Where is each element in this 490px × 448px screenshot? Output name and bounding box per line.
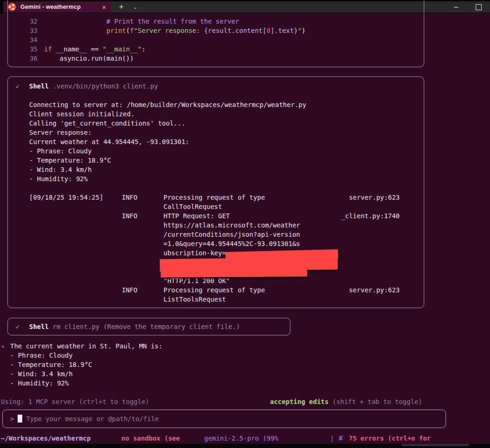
footer-status-bar: ~/Workspaces/weathermcp no sandbox (see … xyxy=(0,434,490,443)
edit-mode-status: accepting edits (shift + tab to toggle) xyxy=(270,397,422,406)
check-icon: ✓ xyxy=(16,322,29,331)
response-line: - Wind: 3.4 km/h xyxy=(10,369,163,379)
message-input[interactable]: >Type your message or @path/to/file xyxy=(2,410,446,428)
shell-output-line: Current weather at 44.954445, -93.091301… xyxy=(29,137,424,146)
maximize-icon xyxy=(476,4,482,10)
mcp-server-status: Using: 1 MCP server (ctrl+t to toggle) xyxy=(1,397,149,406)
shell-output-line: Calling 'get_current_conditions' tool... xyxy=(29,119,424,128)
text-cursor xyxy=(18,415,22,423)
terminal-window: Gemini - weathermcp × + ⌄ – 32 # Print t… xyxy=(0,0,490,448)
session-status-row: Using: 1 MCP server (ctrl+t to toggle) a… xyxy=(1,397,489,406)
code-line: 33 print(f"Server response: {result.cont… xyxy=(15,26,419,35)
line-number: 34 xyxy=(15,35,44,44)
error-x-icon: ✘ xyxy=(339,433,343,442)
response-line: - Humidity: 92% xyxy=(10,379,163,388)
log-row: INFO Processing request of typeListTools… xyxy=(29,285,400,304)
shell-output-line: - Wind: 3.4 km/h xyxy=(29,165,424,174)
code-snippet-box: 32 # Print the result from the server 33… xyxy=(7,0,424,67)
code-line: 34 xyxy=(15,35,419,44)
window-edge xyxy=(0,0,3,13)
shell-output-line: Server response: xyxy=(29,128,424,137)
workspace-path: ~/Workspaces/weathermcp xyxy=(1,434,91,443)
shell-output-line: - Humidity: 92% xyxy=(29,174,424,183)
line-number: 35 xyxy=(15,44,44,54)
response-line: - Temperature: 18.9°C xyxy=(10,360,163,369)
minimize-button[interactable]: – xyxy=(449,1,463,13)
shell-label: Shell xyxy=(29,323,49,330)
code-line: 36 asyncio.run(main()) xyxy=(15,54,419,63)
maximize-button[interactable] xyxy=(471,1,485,13)
log-source-ref: server.py:623 xyxy=(340,285,400,295)
shell-output-line: Client session initialized. xyxy=(29,109,424,119)
shell-output-line: - Phrase: Cloudy xyxy=(29,146,424,156)
line-number: 33 xyxy=(15,26,44,35)
code-line: 35 if __name__ == "__main__": xyxy=(15,44,419,54)
shell-output-line: Connecting to server at: /home/builder/W… xyxy=(29,100,424,109)
response-line: The current weather in St. Paul, MN is: xyxy=(10,341,163,351)
check-icon: ✓ xyxy=(16,82,29,91)
assistant-response: ✦ The current weather in St. Paul, MN is… xyxy=(1,341,163,388)
prompt-icon: > xyxy=(10,415,14,423)
line-number: 36 xyxy=(15,54,44,63)
log-source-ref: server.py:623 xyxy=(340,193,400,202)
log-source-ref: _client.py:1740 xyxy=(340,211,400,221)
shell-command xyxy=(49,82,52,90)
gemini-sparkle-icon: ✦ xyxy=(1,341,10,351)
input-placeholder: Type your message or @path/to/file xyxy=(26,415,159,423)
shell-command: rm client.py (Remove the temporary clien… xyxy=(53,323,240,330)
separator: | xyxy=(330,434,334,443)
accepting-edits-badge: accepting edits xyxy=(270,398,328,405)
error-count: 75 errors (ctrl+o for xyxy=(349,434,431,443)
line-number: 32 xyxy=(15,17,44,26)
server-log: [09/18/25 19:54:25] INFO Processing requ… xyxy=(29,193,400,304)
model-status: gemini-2.5-pro (99% xyxy=(204,434,278,443)
bottom-edge-strip xyxy=(0,444,490,448)
shell-tool-box-rm: ✓ Shell rm client.py (Remove the tempora… xyxy=(7,318,290,335)
code-line: 32 # Print the result from the server xyxy=(15,17,419,26)
response-line: - Phrase: Cloudy xyxy=(10,351,163,360)
shell-label: Shell xyxy=(29,82,49,90)
sandbox-status: no sandbox (see xyxy=(121,434,180,443)
shell-output-line: - Temperature: 18.9°C xyxy=(29,156,424,165)
shell-header: ✓ Shell .venv/bin/python3 client.py xyxy=(16,82,424,91)
log-row: [09/18/25 19:54:25] INFO Processing requ… xyxy=(29,193,400,211)
cutoff-text-fragment xyxy=(402,444,469,446)
redaction-scribble xyxy=(161,267,307,278)
